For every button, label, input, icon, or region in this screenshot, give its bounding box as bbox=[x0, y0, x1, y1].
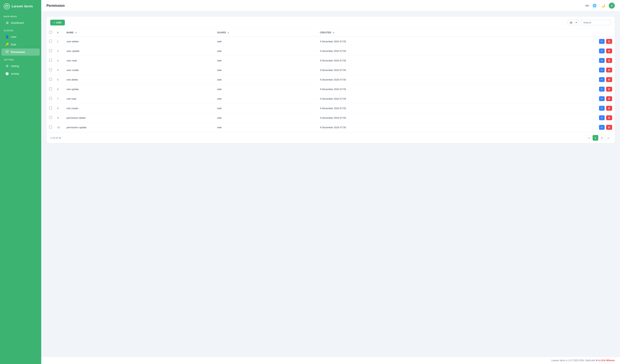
col-created[interactable]: CREATED ⇅ bbox=[317, 29, 505, 37]
table-row: 4 user create web 4 December 2024 07:55 … bbox=[46, 65, 615, 75]
row-actions: ✏ 🗑 bbox=[505, 65, 615, 75]
col-name[interactable]: NAME ⇅ bbox=[64, 29, 215, 37]
sidebar-item-label: Activity bbox=[11, 72, 19, 75]
table-row: 8 role create web 4 December 2024 07:55 … bbox=[46, 103, 615, 113]
row-checkbox[interactable] bbox=[49, 97, 52, 100]
row-checkbox-cell bbox=[46, 37, 55, 46]
edit-button[interactable]: ✏ bbox=[599, 125, 605, 130]
delete-button[interactable]: 🗑 bbox=[606, 77, 612, 82]
row-name: role create bbox=[64, 103, 215, 113]
col-num: # bbox=[55, 29, 64, 37]
row-checkbox[interactable] bbox=[49, 49, 52, 52]
header-actions: EN 🌐 🌙 S bbox=[586, 3, 615, 9]
row-checkbox[interactable] bbox=[49, 126, 52, 129]
logo-icon bbox=[4, 3, 10, 9]
delete-button[interactable]: 🗑 bbox=[606, 125, 612, 130]
row-checkbox[interactable] bbox=[49, 78, 52, 81]
row-name: role read bbox=[64, 94, 215, 103]
avatar[interactable]: S bbox=[609, 3, 615, 9]
sidebar-item-role[interactable]: 🔑 Role bbox=[1, 41, 40, 48]
row-checkbox[interactable] bbox=[49, 59, 52, 62]
per-page-select[interactable]: 10 25 50 100 bbox=[568, 20, 579, 25]
language-selector[interactable]: EN bbox=[586, 4, 589, 7]
col-actions bbox=[505, 29, 615, 37]
row-name: permission delete bbox=[64, 113, 215, 123]
activity-icon: 🕐 bbox=[5, 72, 9, 75]
row-guard: web bbox=[215, 56, 317, 65]
dark-mode-icon[interactable]: 🌙 bbox=[600, 3, 606, 9]
sidebar-section-access: ACCESS 👤 User 🔑 Role 🛡 Permission bbox=[0, 27, 41, 56]
edit-button[interactable]: ✏ bbox=[599, 115, 605, 120]
row-name: user update bbox=[64, 46, 215, 56]
row-checkbox-cell bbox=[46, 103, 55, 113]
row-created: 4 December 2024 07:55 bbox=[317, 85, 505, 94]
row-actions: ✏ 🗑 bbox=[505, 103, 615, 113]
col-guard-label: GUARD bbox=[217, 31, 226, 34]
section-setting-label: SETTING bbox=[0, 56, 41, 62]
sidebar-item-user[interactable]: 👤 User bbox=[1, 33, 40, 41]
delete-button[interactable]: 🗑 bbox=[606, 115, 612, 120]
setting-icon: ⚙ bbox=[5, 64, 9, 68]
next-page-button[interactable]: » bbox=[605, 135, 611, 141]
sidebar-item-permission[interactable]: 🛡 Permission bbox=[1, 48, 40, 56]
edit-button[interactable]: ✏ bbox=[599, 39, 605, 44]
edit-button[interactable]: ✏ bbox=[599, 106, 605, 111]
globe-icon[interactable]: 🌐 bbox=[591, 3, 598, 9]
delete-button[interactable]: 🗑 bbox=[606, 68, 612, 73]
page-2-button[interactable]: 2 bbox=[599, 135, 605, 141]
header: Permission EN 🌐 🌙 S bbox=[41, 0, 620, 11]
col-name-sort-icon: ⇅ bbox=[75, 32, 77, 34]
sidebar-item-dashboard[interactable]: ⊞ Dashboard bbox=[1, 19, 40, 26]
row-actions: ✏ 🗑 bbox=[505, 37, 615, 46]
row-checkbox[interactable] bbox=[49, 87, 52, 90]
page-1-button[interactable]: 1 bbox=[593, 135, 598, 141]
select-all-checkbox[interactable] bbox=[49, 31, 52, 34]
pagination-summary: 1-10 of 15 bbox=[50, 136, 61, 139]
row-name: user create bbox=[64, 65, 215, 75]
edit-button[interactable]: ✏ bbox=[599, 77, 605, 82]
pagination-bar: 1-10 of 15 « 1 2 » bbox=[46, 132, 615, 143]
col-guard[interactable]: GUARD ⇅ bbox=[215, 29, 317, 37]
delete-button[interactable]: 🗑 bbox=[606, 48, 612, 53]
row-checkbox[interactable] bbox=[49, 116, 52, 119]
sidebar-item-setting[interactable]: ⚙ Setting bbox=[1, 62, 40, 70]
delete-button[interactable]: 🗑 bbox=[606, 96, 612, 101]
card-toolbar: + ADD 10 25 50 100 bbox=[46, 17, 615, 29]
app-logo[interactable]: Laravel Jarvis bbox=[0, 0, 41, 13]
search-input[interactable] bbox=[581, 20, 611, 25]
delete-button[interactable]: 🗑 bbox=[606, 58, 612, 63]
row-checkbox[interactable] bbox=[49, 106, 52, 109]
footer: Laravel Jarvis v.1.0 © 2023-2024. Build … bbox=[41, 357, 620, 364]
edit-button[interactable]: ✏ bbox=[599, 87, 605, 92]
row-num: 1 bbox=[55, 37, 64, 46]
author-link[interactable]: Erik Wibowo bbox=[601, 359, 615, 362]
edit-button[interactable]: ✏ bbox=[599, 68, 605, 73]
table-row: 1 user delete web 4 December 2024 07:55 … bbox=[46, 37, 615, 46]
user-icon: 👤 bbox=[5, 35, 9, 39]
delete-button[interactable]: 🗑 bbox=[606, 87, 612, 92]
add-button[interactable]: + ADD bbox=[50, 20, 65, 26]
delete-button[interactable]: 🗑 bbox=[606, 106, 612, 111]
table-row: 5 role delete web 4 December 2024 07:55 … bbox=[46, 75, 615, 85]
add-icon: + bbox=[54, 21, 55, 24]
row-actions: ✏ 🗑 bbox=[505, 94, 615, 103]
edit-button[interactable]: ✏ bbox=[599, 58, 605, 63]
row-checkbox[interactable] bbox=[49, 68, 52, 71]
permission-table-card: + ADD 10 25 50 100 bbox=[46, 17, 615, 143]
edit-button[interactable]: ✏ bbox=[599, 96, 605, 101]
col-num-label: # bbox=[57, 31, 59, 34]
row-checkbox-cell bbox=[46, 75, 55, 85]
edit-button[interactable]: ✏ bbox=[599, 48, 605, 53]
row-guard: web bbox=[215, 46, 317, 56]
table-row: 2 user update web 4 December 2024 07:55 … bbox=[46, 46, 615, 56]
row-created: 4 December 2024 07:55 bbox=[317, 103, 505, 113]
row-num: 7 bbox=[55, 94, 64, 103]
row-checkbox-cell bbox=[46, 85, 55, 94]
row-checkbox[interactable] bbox=[49, 40, 52, 43]
prev-page-button[interactable]: « bbox=[586, 135, 592, 141]
row-num: 4 bbox=[55, 65, 64, 75]
row-checkbox-cell bbox=[46, 65, 55, 75]
sidebar-item-activity[interactable]: 🕐 Activity bbox=[1, 70, 40, 77]
row-name: user read bbox=[64, 56, 215, 65]
delete-button[interactable]: 🗑 bbox=[606, 39, 612, 44]
